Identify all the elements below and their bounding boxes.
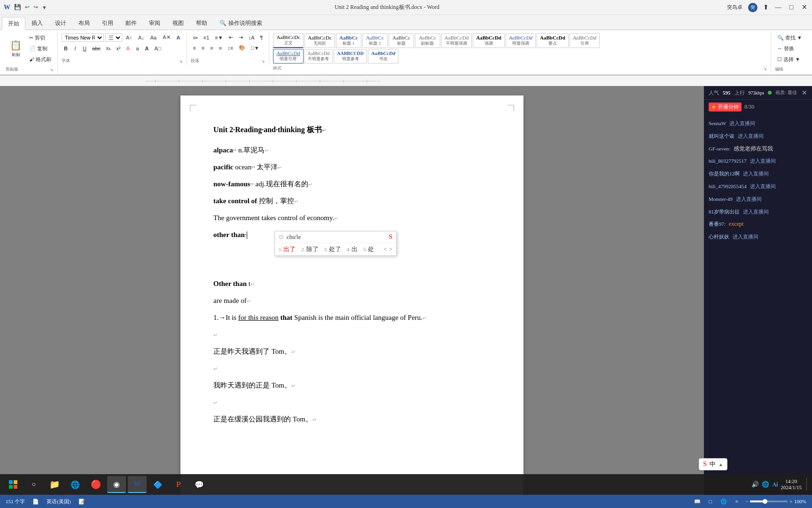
superscript-button[interactable]: x²: [114, 45, 123, 52]
align-right-button[interactable]: ≡: [208, 44, 215, 52]
taskbar-file-explorer-button[interactable]: 📁: [45, 476, 64, 493]
doc-line-nowfamous[interactable]: now-famous·· adj.现在很有名的↵: [213, 178, 491, 190]
taskbar-app7-button[interactable]: 🔷: [148, 476, 167, 493]
taskbar-word-button[interactable]: W: [128, 476, 147, 493]
zoom-in-button[interactable]: +: [789, 499, 792, 504]
ime-popup[interactable]: ⊙ chu'le S 1.出了 2.除了 3.处了 4.出: [274, 231, 397, 256]
taskbar-wechat-button[interactable]: 💬: [190, 476, 209, 493]
document-area[interactable]: Unit 2·Reading·and·thinking 板书↵ alpaca··…: [0, 86, 704, 499]
ime-candidate-2[interactable]: 2.除了: [301, 245, 318, 254]
char-shading-button[interactable]: A: [142, 45, 151, 52]
font-case-button[interactable]: Aa: [148, 33, 159, 42]
italic-button[interactable]: I: [71, 45, 79, 52]
underline-button[interactable]: U: [80, 45, 89, 52]
font-family-select[interactable]: Times New Ro...: [62, 33, 104, 42]
decrease-indent-button[interactable]: ⇤: [226, 33, 235, 42]
taskbar-show-desktop[interactable]: [806, 478, 808, 491]
text-color-button[interactable]: A: [124, 45, 132, 52]
style-normal[interactable]: AaBbCcDc 正文: [273, 33, 304, 48]
line-spacing-button[interactable]: ↕≡: [225, 44, 235, 52]
tab-design[interactable]: 设计: [49, 16, 72, 30]
taskbar-chrome-red-button[interactable]: 🔴: [86, 476, 105, 493]
quick-undo[interactable]: ↩: [25, 4, 30, 11]
increase-indent-button[interactable]: ⇥: [236, 33, 245, 42]
font-size-select[interactable]: 三号: [105, 33, 122, 42]
chat-item-10[interactable]: 心杆妖妖 进入直播间: [704, 230, 812, 243]
quick-save[interactable]: 💾: [14, 4, 21, 11]
style-emphasis[interactable]: AaBbCcDd 不明显强调: [441, 33, 472, 48]
style-book-title[interactable]: AaBbCcDd 书名: [368, 49, 398, 64]
taskbar-tray-network[interactable]: 🌐: [762, 481, 769, 488]
tab-insert[interactable]: 插入: [25, 16, 49, 30]
style-no-spacing[interactable]: AaBbCcDc 无间距: [304, 33, 335, 48]
align-left-button[interactable]: ≡: [191, 44, 198, 52]
ime-candidate-3[interactable]: 3.处了: [324, 245, 341, 254]
quick-redo[interactable]: ↪: [33, 4, 38, 11]
copy-button[interactable]: 📄 复制: [27, 44, 54, 54]
chat-item-4[interactable]: bili_80327792517 进入直播间: [704, 155, 812, 167]
style-intense-em[interactable]: AaBbCcDd 明显强调: [506, 33, 536, 48]
find-button[interactable]: 🔍 查找 ▼: [775, 33, 804, 43]
doc-line-cn2[interactable]: 我昨天遇到的正是 Tom。↵: [213, 380, 491, 391]
shading-button[interactable]: 🎨: [236, 43, 248, 52]
chat-item-7[interactable]: Monster-49 进入直播间: [704, 193, 812, 206]
tab-review[interactable]: 审阅: [143, 16, 166, 30]
style-subtle-ref[interactable]: AaBbCcDd 不明显参考: [304, 49, 333, 64]
taskbar-search-button[interactable]: ○: [24, 476, 43, 493]
tab-references[interactable]: 引用: [96, 16, 119, 30]
chat-item-3[interactable]: GF-seven: 感觉老师在骂我: [704, 143, 812, 155]
subscript-button[interactable]: x₂: [104, 44, 113, 52]
chat-item-2[interactable]: 就叫这个诶 进入直播间: [704, 130, 812, 143]
doc-line-areMadeOf[interactable]: are made of↵: [213, 295, 491, 306]
format-painter-button[interactable]: 🖌 格式刷: [27, 55, 54, 64]
doc-line-sentence1[interactable]: The government takes control of economy.…: [213, 212, 491, 223]
strikethrough-button[interactable]: abc: [90, 45, 103, 52]
tab-home[interactable]: 开始: [2, 17, 25, 30]
quick-customize[interactable]: ▼: [42, 5, 47, 10]
tab-view[interactable]: 视图: [166, 16, 190, 30]
sort-button[interactable]: ↕A: [246, 33, 257, 42]
ime-candidate-4[interactable]: 4.出: [347, 245, 358, 254]
char-border-button[interactable]: A□: [152, 45, 163, 52]
minimize-button[interactable]: —: [774, 4, 782, 11]
ime-navigation[interactable]: < >: [383, 246, 392, 253]
ime-prev-icon[interactable]: <: [383, 246, 387, 253]
show-para-button[interactable]: ¶: [258, 33, 265, 42]
read-view-button[interactable]: 📖: [693, 497, 702, 506]
chat-item-6[interactable]: bili_47992855454 进入直播间: [704, 180, 812, 193]
taskbar-start-button[interactable]: [4, 476, 23, 493]
style-quote[interactable]: AaBbCcDd 引用: [570, 33, 600, 48]
style-subtitle[interactable]: AaBbCc 副标题: [415, 33, 440, 48]
style-intense-ref[interactable]: AaBbCcDd 明显参考: [334, 49, 367, 64]
language-indicator[interactable]: 英语(美国): [47, 498, 70, 505]
tab-layout[interactable]: 布局: [72, 16, 96, 30]
taskbar-tray-ime[interactable]: Ai: [772, 481, 778, 488]
style-strong2[interactable]: AaBbCcDd 要点: [537, 33, 569, 48]
taskbar-ppt-button[interactable]: P: [169, 476, 188, 493]
font-grow-button[interactable]: A↑: [124, 33, 134, 42]
tab-mailings[interactable]: 邮件: [119, 16, 143, 30]
replace-button[interactable]: ↔ 替换: [775, 44, 796, 54]
chat-item-9[interactable]: 番番97: except: [704, 218, 812, 230]
select-button[interactable]: ☐ 选择 ▼: [775, 55, 803, 64]
justify-button[interactable]: ≡: [217, 44, 224, 52]
bold-button[interactable]: B: [62, 45, 70, 52]
maximize-button[interactable]: □: [788, 4, 795, 11]
taskbar-chrome-button[interactable]: ◉: [107, 476, 126, 493]
border-button[interactable]: □▼: [249, 44, 262, 52]
doc-line-alpaca[interactable]: alpaca·· n.草泥马↵: [213, 144, 491, 156]
close-button[interactable]: ✕: [801, 4, 808, 11]
style-h1[interactable]: AaBbCc 标题 1: [336, 33, 361, 48]
numbering-button[interactable]: ≡1: [201, 33, 212, 42]
align-center-button[interactable]: ≡: [199, 44, 207, 52]
cut-button[interactable]: ✂ 剪切: [27, 33, 54, 43]
style-strong[interactable]: AaBbCcDd 强调: [473, 33, 505, 48]
style-title[interactable]: AaBbCc 标题: [389, 33, 414, 48]
print-layout-button[interactable]: □: [706, 497, 715, 506]
ime-candidate-1[interactable]: 1.出了: [279, 245, 296, 254]
chat-item-1[interactable]: SennaW 进入直播间: [704, 117, 812, 130]
bullet-list-button[interactable]: ≡•: [191, 33, 200, 42]
chat-item-5[interactable]: 你是我的12啊 进入直播间: [704, 167, 812, 180]
ime-next-icon[interactable]: >: [389, 246, 392, 253]
web-layout-button[interactable]: 🌐: [719, 497, 728, 506]
